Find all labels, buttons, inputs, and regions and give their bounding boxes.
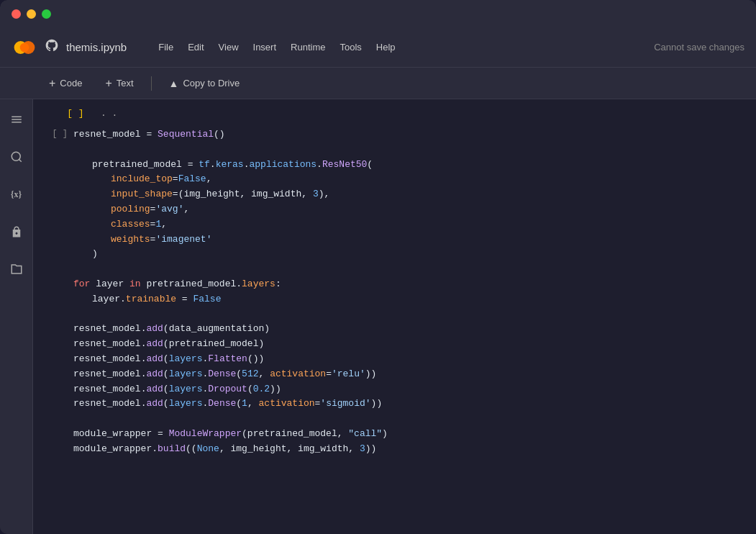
add-text-button[interactable]: + Text <box>96 73 142 94</box>
code-line-5: input_shape=(img_height, img_width, 3), <box>73 187 744 202</box>
sidebar-icon-files[interactable] <box>5 258 28 281</box>
code-area[interactable]: [ ] . . [ ] resnet_model = Sequential() … <box>33 99 756 534</box>
toolbar: + Code + Text ▲ Copy to Drive <box>0 68 756 99</box>
github-icon <box>45 38 59 56</box>
toolbar-divider <box>151 76 152 91</box>
menu-file[interactable]: File <box>152 39 179 55</box>
code-line-4: include_top=False, <box>73 172 744 187</box>
code-line-16: resnet_model.add(layers.Flatten()) <box>73 352 744 367</box>
menu-edit[interactable]: Edit <box>182 39 209 55</box>
colab-logo <box>12 35 37 60</box>
code-line-1: resnet_model = Sequential() <box>73 127 744 142</box>
sidebar-icon-list[interactable] <box>5 108 28 131</box>
traffic-lights <box>12 9 51 19</box>
add-code-button[interactable]: + Code <box>40 73 91 94</box>
code-line-2 <box>73 142 744 158</box>
main-layout: {x} [ ] . . [ ] resnet_model = Sequentia… <box>0 99 756 534</box>
menu-insert[interactable]: Insert <box>247 39 283 55</box>
drive-btn-label: Copy to Drive <box>183 78 240 89</box>
code-line-7: classes=1, <box>73 217 744 232</box>
code-line-18: resnet_model.add(layers.Dropout(0.2)) <box>73 382 744 397</box>
sidebar-icon-search[interactable] <box>5 145 28 168</box>
sidebar-icon-secrets[interactable] <box>5 220 28 243</box>
notebook-title: themis.ipynb <box>66 41 127 53</box>
sidebar-icon-variables[interactable]: {x} <box>5 183 28 206</box>
code-line-13 <box>73 307 744 322</box>
code-cell-1[interactable]: [ ] resnet_model = Sequential() pretrain… <box>33 122 756 463</box>
code-line-3: pretrained_model = tf.keras.applications… <box>73 158 744 173</box>
code-line-12: layer.trainable = False <box>73 292 744 307</box>
text-btn-label: Text <box>117 78 134 89</box>
code-line-9: ) <box>73 247 744 262</box>
code-line-17: resnet_model.add(layers.Dense(512, activ… <box>73 367 744 382</box>
code-line-19: resnet_model.add(layers.Dense(1, activat… <box>73 397 744 412</box>
code-btn-label: Code <box>60 78 82 89</box>
code-line-11: for layer in pretrained_model.layers: <box>73 277 744 292</box>
plus-icon: + <box>49 77 55 90</box>
svg-line-4 <box>19 159 21 161</box>
collapsed-cell-indicator: [ ] . . <box>33 105 756 122</box>
code-line-22: module_wrapper.build((None, img_height, … <box>73 442 744 457</box>
menu-view[interactable]: View <box>213 39 245 55</box>
minimize-button[interactable] <box>27 9 36 19</box>
menubar: themis.ipynb File Edit View Insert Runti… <box>0 27 756 68</box>
menu-tools[interactable]: Tools <box>334 39 367 55</box>
code-line-15: resnet_model.add(pretrained_model) <box>73 337 744 352</box>
maximize-button[interactable] <box>42 9 51 19</box>
cell-gutter: [ ] resnet_model = Sequential() pretrain… <box>33 125 756 460</box>
code-line-21: module_wrapper = ModuleWrapper(pretraine… <box>73 427 744 442</box>
sidebar: {x} <box>0 99 33 534</box>
cell-bracket: [ ] <box>45 127 68 139</box>
cannot-save-label[interactable]: Cannot save changes <box>654 42 744 53</box>
titlebar <box>0 0 756 27</box>
drive-icon: ▲ <box>169 78 179 89</box>
close-button[interactable] <box>12 9 21 19</box>
menu-items: File Edit View Insert Runtime Tools Help… <box>152 39 744 55</box>
menu-runtime[interactable]: Runtime <box>285 39 331 55</box>
code-line-6: pooling='avg', <box>73 202 744 217</box>
code-line-8: weights='imagenet' <box>73 232 744 248</box>
logo-area: themis.ipynb <box>12 35 141 60</box>
menu-help[interactable]: Help <box>370 39 401 55</box>
svg-point-3 <box>12 152 20 160</box>
svg-point-2 <box>20 42 29 52</box>
copy-to-drive-button[interactable]: ▲ Copy to Drive <box>160 73 249 94</box>
code-line-20 <box>73 412 744 427</box>
code-line-10 <box>73 262 744 277</box>
cell-content[interactable]: resnet_model = Sequential() pretrained_m… <box>73 127 744 457</box>
plus-icon-2: + <box>105 77 111 90</box>
code-line-14: resnet_model.add(data_augmentation) <box>73 322 744 337</box>
